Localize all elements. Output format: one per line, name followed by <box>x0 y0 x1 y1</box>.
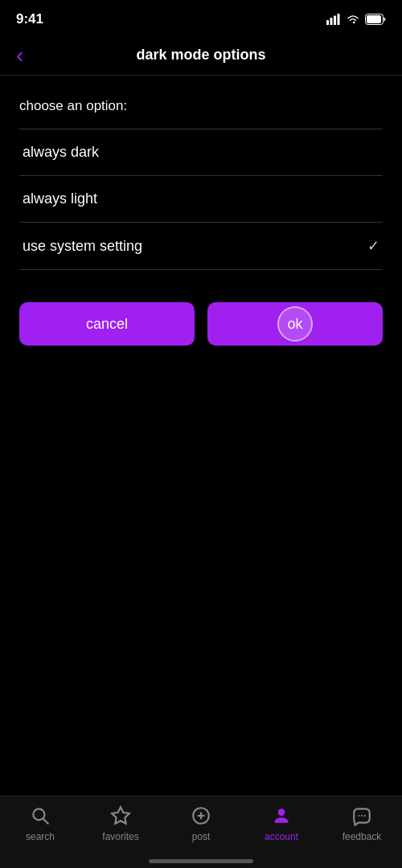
tab-feedback-label: feedback <box>343 831 382 842</box>
tab-bar: search favorites post account <box>0 796 402 868</box>
home-indicator <box>149 859 253 863</box>
tab-favorites-label: favorites <box>102 831 138 842</box>
option-always-light[interactable]: always light <box>19 176 383 223</box>
cancel-button[interactable]: cancel <box>19 302 195 346</box>
tab-search[interactable]: search <box>0 805 80 842</box>
choose-label: choose an option: <box>19 98 383 114</box>
tab-search-label: search <box>26 831 55 842</box>
svg-point-14 <box>361 815 363 817</box>
tab-feedback[interactable]: feedback <box>322 805 402 842</box>
status-bar: 9:41 <box>0 0 402 35</box>
star-icon <box>109 805 132 827</box>
svg-line-7 <box>43 819 48 824</box>
option-use-system[interactable]: use system setting ✓ <box>19 223 383 270</box>
status-time: 9:41 <box>16 11 43 27</box>
header: ‹ dark mode options <box>0 35 402 76</box>
status-icons <box>326 14 386 25</box>
checkmark-icon: ✓ <box>367 237 379 255</box>
option-use-system-label: use system setting <box>23 238 142 255</box>
svg-marker-8 <box>112 807 129 824</box>
ok-ripple <box>277 306 313 342</box>
plus-circle-icon <box>190 805 212 827</box>
content: choose an option: always dark always lig… <box>0 76 402 270</box>
option-always-dark[interactable]: always dark <box>19 129 383 176</box>
account-icon <box>270 805 293 827</box>
ok-button[interactable]: ok <box>207 302 383 346</box>
button-row: cancel ok <box>19 302 383 346</box>
tab-post-label: post <box>192 831 211 842</box>
svg-rect-0 <box>326 20 329 25</box>
svg-point-15 <box>364 815 366 817</box>
battery-icon <box>365 14 386 25</box>
back-button[interactable]: ‹ <box>16 44 23 67</box>
tab-favorites[interactable]: favorites <box>80 805 161 842</box>
feedback-icon <box>351 805 373 827</box>
svg-rect-3 <box>338 14 340 25</box>
option-list: always dark always light use system sett… <box>19 129 383 270</box>
svg-rect-2 <box>334 16 336 26</box>
wifi-icon <box>346 14 360 25</box>
signal-icon <box>326 14 341 25</box>
option-always-dark-label: always dark <box>23 144 99 161</box>
svg-point-13 <box>358 815 359 817</box>
svg-point-12 <box>278 809 285 816</box>
search-icon <box>29 805 51 827</box>
svg-rect-5 <box>367 15 381 23</box>
tab-post[interactable]: post <box>161 805 241 842</box>
tab-account-label: account <box>265 831 298 842</box>
option-always-light-label: always light <box>23 190 97 207</box>
tab-account[interactable]: account <box>241 805 322 842</box>
page-title: dark mode options <box>136 47 265 63</box>
svg-rect-1 <box>330 18 333 25</box>
